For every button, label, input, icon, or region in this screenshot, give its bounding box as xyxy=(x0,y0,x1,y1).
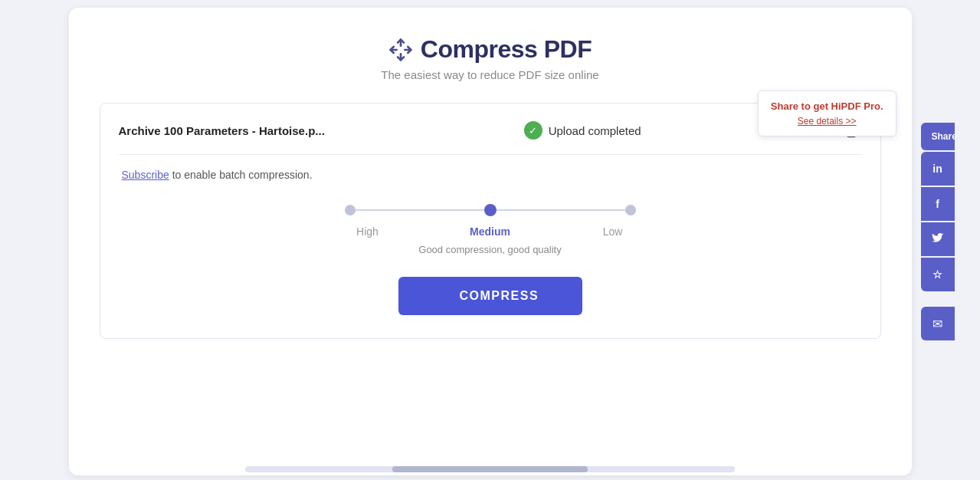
slider-labels: High Medium Low xyxy=(345,225,636,238)
compress-button[interactable]: COMPRESS xyxy=(398,277,582,315)
scrollbar-thumb xyxy=(392,466,588,472)
share-panel: Share in f ☆ ✉ xyxy=(921,123,955,340)
linkedin-button[interactable]: in xyxy=(921,152,955,186)
promo-title: Share to get HiPDF Pro. xyxy=(771,100,883,112)
label-high: High xyxy=(345,225,391,238)
share-button[interactable]: Share xyxy=(921,123,955,150)
file-header: Archive 100 Parameters - Hartoise.p... ✓… xyxy=(119,119,862,155)
upload-status: ✓ Upload completed xyxy=(524,121,641,140)
promo-link[interactable]: See details >> xyxy=(798,116,857,127)
social-buttons: in f ☆ xyxy=(921,152,955,291)
slider-dot-medium[interactable] xyxy=(484,204,497,216)
slider-line-right xyxy=(497,209,625,211)
main-card: Share to get HiPDF Pro. See details >> S… xyxy=(69,8,912,475)
compression-description: Good compression, good quality xyxy=(418,244,561,255)
check-icon: ✓ xyxy=(524,121,542,140)
upload-status-text: Upload completed xyxy=(549,124,641,137)
bottom-scrollbar[interactable] xyxy=(245,466,735,472)
twitter-icon xyxy=(932,233,944,245)
compression-slider-area: High Medium Low Good compression, good q… xyxy=(119,204,862,255)
slider-dot-low[interactable] xyxy=(625,205,636,215)
page-title-area: Compress PDF The easiest way to reduce P… xyxy=(100,35,881,81)
batch-notice: Subscribe to enable batch compression. xyxy=(122,169,862,181)
file-name: Archive 100 Parameters - Hartoise.p... xyxy=(119,124,325,137)
label-low: Low xyxy=(590,225,636,238)
main-container: Share to get HiPDF Pro. See details >> S… xyxy=(0,0,980,480)
twitter-button[interactable] xyxy=(921,222,955,256)
slider-dot-high[interactable] xyxy=(345,205,356,215)
label-medium: Medium xyxy=(467,225,513,238)
slider-track[interactable] xyxy=(345,204,636,216)
page-title-row: Compress PDF xyxy=(388,35,592,64)
email-button[interactable]: ✉ xyxy=(921,307,955,340)
batch-notice-text: to enable batch compression. xyxy=(169,169,313,181)
compress-pdf-icon xyxy=(388,38,413,62)
page-subtitle: The easiest way to reduce PDF size onlin… xyxy=(381,68,598,81)
page-title: Compress PDF xyxy=(421,35,592,64)
file-panel: Archive 100 Parameters - Hartoise.p... ✓… xyxy=(100,103,881,339)
star-button[interactable]: ☆ xyxy=(921,258,955,291)
slider-line-left xyxy=(356,209,484,211)
subscribe-link[interactable]: Subscribe xyxy=(122,169,169,181)
facebook-button[interactable]: f xyxy=(921,187,955,221)
promo-tooltip: Share to get HiPDF Pro. See details >> xyxy=(758,90,896,136)
